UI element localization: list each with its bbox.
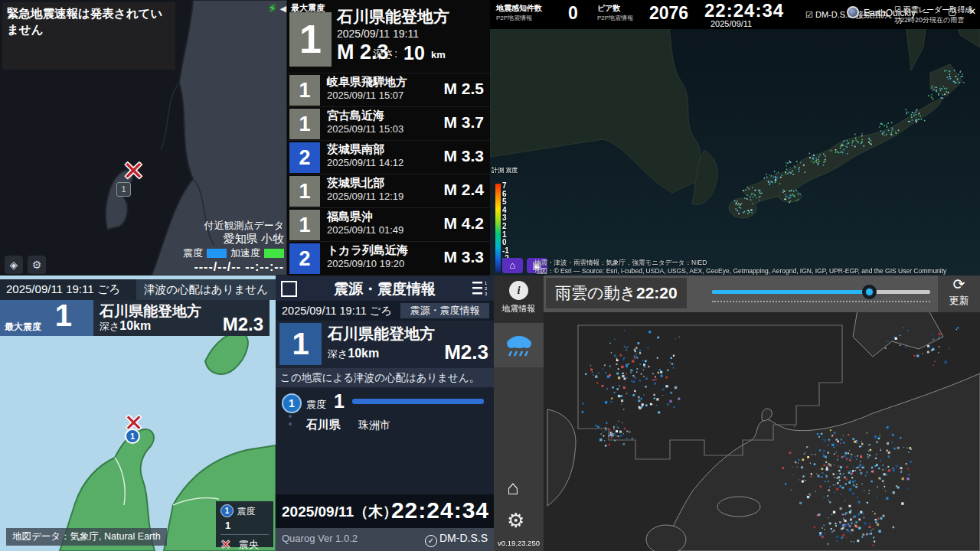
max-intensity-value: 1 bbox=[55, 298, 72, 333]
settings-icon[interactable]: ⚙ bbox=[507, 509, 524, 533]
quake-time: 2025/09/11 14:12 bbox=[327, 157, 403, 168]
quake-info-box: 石川県能登地方 深さ10km M2.3 bbox=[93, 300, 270, 336]
sidebar-item-rain[interactable] bbox=[494, 323, 544, 367]
eew-status-banner: 緊急地震速報は発表されていません bbox=[2, 2, 175, 70]
quake-depth: 深さ10km bbox=[100, 319, 151, 334]
sidebar-item-quake-info[interactable]: i 地震情報 bbox=[494, 276, 544, 323]
svg-text:3: 3 bbox=[485, 292, 488, 295]
quake-magnitude: M2.3 bbox=[223, 314, 263, 335]
refresh-button[interactable]: ⟳ 更新 bbox=[938, 276, 980, 312]
tsunami-note: 津波の心配はありません bbox=[136, 279, 276, 300]
checked-box-icon: ☑ bbox=[805, 10, 813, 19]
quake-summary-bar: 最大震度 1 石川県能登地方 深さ10km M2.3 bbox=[0, 300, 270, 336]
quake-time: 2025/09/11 12:19 bbox=[327, 191, 403, 202]
epicenter-x-marker: ✕ bbox=[122, 158, 145, 184]
quake-list-item[interactable]: 2 茨城県南部 2025/09/11 14:12 M 3.3 bbox=[287, 140, 490, 174]
accel-legend-label: 加速度 bbox=[230, 246, 260, 260]
intensity-box: 1 bbox=[289, 109, 320, 139]
app-title: EarthQuickly bbox=[864, 8, 916, 18]
quake-time: 2025/09/10 19:20 bbox=[327, 258, 404, 269]
minimize-button[interactable]: – bbox=[923, 6, 929, 18]
scale-label: 計測 震度 bbox=[492, 167, 518, 174]
prefecture-name: 石川県 bbox=[306, 418, 341, 432]
quake-name: 石川県能登地方 bbox=[328, 324, 435, 344]
scale-tick: 3 bbox=[502, 214, 518, 222]
city-name: 珠洲市 bbox=[358, 419, 390, 432]
quake-magnitude: M2.3 bbox=[444, 341, 488, 364]
panel-title: 震源・震度情報 bbox=[276, 279, 494, 299]
legend-intensity-label: 震度 bbox=[237, 506, 255, 517]
refresh-icon: ⟳ bbox=[938, 276, 980, 294]
nearby-observation-header: 付近観測点データ bbox=[204, 219, 284, 233]
dmdss-label: DM-D.S.S bbox=[439, 532, 488, 544]
depth-label: 深さ bbox=[328, 348, 348, 360]
intensity-badge: 1 bbox=[282, 393, 302, 413]
observation-timestamp: ----/--/-- --:--:-- bbox=[194, 260, 284, 274]
info-type-tag[interactable]: 震源・震度情報 bbox=[400, 303, 489, 318]
quake-magnitude: M 3.3 bbox=[443, 248, 484, 266]
quake-list-item[interactable]: 1 福島県沖 2025/09/11 01:49 M 4.2 bbox=[287, 207, 490, 242]
svg-text:1: 1 bbox=[485, 281, 488, 285]
quake-magnitude: M 2.4 bbox=[443, 181, 484, 199]
legend-intensity-value: 1 bbox=[225, 520, 230, 531]
maximize-button[interactable]: ▢ bbox=[948, 6, 956, 17]
intensity-box: 1 bbox=[289, 176, 320, 207]
featured-depth-label: 深さ: bbox=[373, 47, 397, 61]
panel-quake-list: 最大震度 1 石川県能登地方 2025/09/11 19:11 M 2.3 深さ… bbox=[287, 0, 490, 276]
quake-name: 茨城県南部 bbox=[327, 142, 384, 157]
dmdss-status: ✓DM-D.S.S bbox=[425, 532, 488, 547]
refresh-label: 更新 bbox=[938, 294, 980, 308]
locate-button[interactable]: ◈ bbox=[5, 256, 23, 274]
map-home-button[interactable]: ⌂ bbox=[502, 258, 523, 273]
time-slider-knob[interactable] bbox=[862, 285, 877, 299]
panel-epicenter-map: 2025/09/11 19:11 ごろ 津波の心配はありません 最大震度 1 石… bbox=[0, 276, 276, 551]
peer-count-sub: P2P地震情報 bbox=[597, 14, 633, 22]
quake-name: 宮古島近海 bbox=[327, 109, 384, 123]
featured-quake-time: 2025/09/11 19:11 bbox=[337, 28, 419, 40]
svg-text:2: 2 bbox=[485, 286, 488, 291]
quake-name: 福島県沖 bbox=[327, 210, 373, 224]
quake-depth: 深さ10km bbox=[328, 347, 379, 361]
scale-tick: 5 bbox=[502, 198, 518, 206]
panel-rain-radar: 雨雲の動き22:20 ⟳ 更新 i 地震情報 bbox=[494, 276, 980, 551]
intensity-box: 2 bbox=[289, 243, 320, 274]
max-intensity-box: 最大震度 1 bbox=[0, 300, 93, 336]
intensity-scale-bar bbox=[495, 184, 501, 272]
intensity-box: 2 bbox=[289, 142, 320, 173]
quake-name: 茨城県北部 bbox=[327, 176, 384, 191]
featured-intensity-box: 1 bbox=[289, 12, 332, 67]
panel-eew-map: 緊急地震速報は発表されていません ⚡ ◀ ✕ 1 付近観測点データ 愛知県 小牧… bbox=[0, 0, 287, 276]
close-button[interactable]: ✕ bbox=[969, 6, 976, 17]
depth-value: 10km bbox=[119, 319, 151, 332]
check-icon: ✓ bbox=[425, 535, 437, 547]
radar-title: 雨雲の動き22:20 bbox=[546, 278, 687, 308]
nearby-station-name: 愛知県 小牧 bbox=[224, 232, 284, 246]
lightning-icon: ⚡ bbox=[268, 2, 276, 15]
time-slider-fill bbox=[712, 290, 869, 294]
home-icon[interactable]: ⌂ bbox=[507, 476, 519, 500]
quake-name: 岐阜県飛騨地方 bbox=[327, 75, 407, 90]
panel-quarog: 震源・震度情報 12 3 2025/09/11 19:11 ごろ 震源・震度情報… bbox=[276, 276, 494, 551]
map-legend: 1 震度 1 ✕ 震央 bbox=[216, 501, 273, 547]
quake-magnitude: M 3.7 bbox=[443, 113, 484, 132]
collapse-panel-icon[interactable]: ◀ bbox=[280, 4, 286, 14]
quake-list-item[interactable]: 2 トカラ列島近海 2025/09/10 19:20 M 3.3 bbox=[287, 241, 490, 276]
quake-magnitude: M 3.3 bbox=[443, 147, 484, 165]
featured-depth-value: 10 bbox=[403, 42, 425, 64]
earthquake-dashboard: 緊急地震速報は発表されていません ⚡ ◀ ✕ 1 付近観測点データ 愛知県 小牧… bbox=[0, 0, 980, 551]
quake-list-item[interactable]: 1 岐阜県飛騨地方 2025/09/11 15:07 M 2.5 bbox=[287, 73, 490, 107]
connector-dot bbox=[289, 422, 292, 425]
quake-list-item[interactable]: 1 宮古島近海 2025/09/11 15:03 M 3.7 bbox=[287, 106, 490, 141]
sensed-count-value: 0 bbox=[568, 3, 578, 24]
intensity-value: 1 bbox=[334, 390, 345, 412]
app-globe-icon bbox=[847, 6, 859, 18]
numbered-list-icon[interactable]: 12 3 bbox=[472, 280, 489, 295]
quake-time: 2025/09/11 15:07 bbox=[327, 90, 403, 101]
station-intensity-marker: 1 bbox=[125, 429, 140, 444]
quake-list-item[interactable]: 1 茨城県北部 2025/09/11 12:19 M 2.4 bbox=[287, 174, 490, 208]
featured-quake-name: 石川県能登地方 bbox=[337, 6, 449, 28]
quake-time: 2025/09/11 19:11 ごろ bbox=[0, 279, 126, 300]
featured-depth-unit: km bbox=[431, 49, 446, 60]
settings-button[interactable]: ⚙ bbox=[28, 256, 46, 274]
radar-sidebar: i 地震情報 ⌂ ⚙ v0.19.23.250 bbox=[494, 276, 544, 551]
